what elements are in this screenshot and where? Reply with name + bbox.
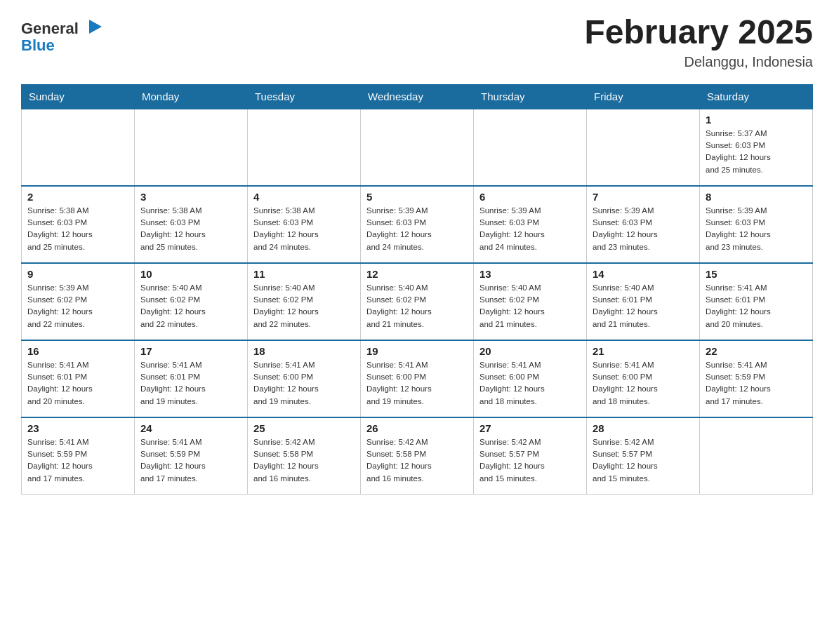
month-title: February 2025 [584,14,813,51]
day-number: 16 [27,345,128,357]
day-number: 19 [366,345,468,357]
day-info: Sunrise: 5:38 AMSunset: 6:03 PMDaylight:… [27,205,128,253]
calendar-cell [700,417,813,495]
day-number: 17 [140,345,241,357]
day-number: 27 [479,422,581,434]
day-info: Sunrise: 5:39 AMSunset: 6:02 PMDaylight:… [27,282,128,330]
calendar-cell: 25Sunrise: 5:42 AMSunset: 5:58 PMDayligh… [248,417,361,495]
calendar-cell: 20Sunrise: 5:41 AMSunset: 6:00 PMDayligh… [474,340,587,417]
day-info: Sunrise: 5:38 AMSunset: 6:03 PMDaylight:… [253,205,355,253]
svg-text:Blue: Blue [21,36,55,54]
calendar-cell: 16Sunrise: 5:41 AMSunset: 6:01 PMDayligh… [22,340,135,417]
day-number: 13 [479,268,581,280]
calendar-cell: 4Sunrise: 5:38 AMSunset: 6:03 PMDaylight… [248,186,361,263]
day-number: 12 [366,268,468,280]
day-info: Sunrise: 5:41 AMSunset: 6:01 PMDaylight:… [706,282,807,330]
week-row-3: 9Sunrise: 5:39 AMSunset: 6:02 PMDaylight… [22,263,813,340]
day-info: Sunrise: 5:42 AMSunset: 5:57 PMDaylight:… [593,436,694,485]
day-number: 28 [593,422,694,434]
day-number: 4 [253,191,355,203]
day-info: Sunrise: 5:41 AMSunset: 5:59 PMDaylight:… [706,359,807,408]
day-info: Sunrise: 5:39 AMSunset: 6:03 PMDaylight:… [706,205,807,253]
day-header-sunday: Sunday [22,84,135,109]
calendar-cell: 1Sunrise: 5:37 AMSunset: 6:03 PMDaylight… [700,109,813,186]
calendar-cell: 28Sunrise: 5:42 AMSunset: 5:57 PMDayligh… [587,417,700,495]
logo-block: General Blue [21,14,105,59]
day-info: Sunrise: 5:42 AMSunset: 5:58 PMDaylight:… [366,436,468,485]
calendar-cell: 24Sunrise: 5:41 AMSunset: 5:59 PMDayligh… [135,417,248,495]
logo-svg: General Blue [21,14,105,56]
day-number: 26 [366,422,468,434]
day-number: 18 [253,345,355,357]
day-number: 22 [706,345,807,357]
day-info: Sunrise: 5:37 AMSunset: 6:03 PMDaylight:… [706,128,807,176]
day-header-friday: Friday [587,84,700,109]
week-row-1: 1Sunrise: 5:37 AMSunset: 6:03 PMDaylight… [22,109,813,186]
calendar-cell: 23Sunrise: 5:41 AMSunset: 5:59 PMDayligh… [22,417,135,495]
day-info: Sunrise: 5:41 AMSunset: 5:59 PMDaylight:… [140,436,241,485]
week-row-5: 23Sunrise: 5:41 AMSunset: 5:59 PMDayligh… [22,417,813,495]
day-header-saturday: Saturday [700,84,813,109]
day-header-thursday: Thursday [474,84,587,109]
calendar-cell: 27Sunrise: 5:42 AMSunset: 5:57 PMDayligh… [474,417,587,495]
calendar-cell: 7Sunrise: 5:39 AMSunset: 6:03 PMDaylight… [587,186,700,263]
day-info: Sunrise: 5:41 AMSunset: 6:01 PMDaylight:… [27,359,128,408]
calendar-cell: 13Sunrise: 5:40 AMSunset: 6:02 PMDayligh… [474,263,587,340]
calendar-cell: 5Sunrise: 5:39 AMSunset: 6:03 PMDaylight… [361,186,474,263]
day-number: 21 [593,345,694,357]
calendar-table: SundayMondayTuesdayWednesdayThursdayFrid… [21,84,813,495]
day-header-wednesday: Wednesday [361,84,474,109]
day-number: 14 [593,268,694,280]
calendar-cell [135,109,248,186]
day-info: Sunrise: 5:42 AMSunset: 5:58 PMDaylight:… [253,436,355,485]
day-info: Sunrise: 5:41 AMSunset: 6:00 PMDaylight:… [479,359,581,408]
day-number: 15 [706,268,807,280]
svg-marker-1 [89,20,102,34]
calendar-cell: 14Sunrise: 5:40 AMSunset: 6:01 PMDayligh… [587,263,700,340]
day-number: 25 [253,422,355,434]
title-block: February 2025 Delanggu, Indonesia [584,14,813,70]
day-info: Sunrise: 5:42 AMSunset: 5:57 PMDaylight:… [479,436,581,485]
day-info: Sunrise: 5:41 AMSunset: 6:00 PMDaylight:… [366,359,468,408]
calendar-cell [22,109,135,186]
day-info: Sunrise: 5:41 AMSunset: 6:00 PMDaylight:… [253,359,355,408]
day-number: 8 [706,191,807,203]
day-info: Sunrise: 5:39 AMSunset: 6:03 PMDaylight:… [593,205,694,253]
calendar-cell: 8Sunrise: 5:39 AMSunset: 6:03 PMDaylight… [700,186,813,263]
calendar-cell: 10Sunrise: 5:40 AMSunset: 6:02 PMDayligh… [135,263,248,340]
day-info: Sunrise: 5:41 AMSunset: 5:59 PMDaylight:… [27,436,128,485]
day-number: 6 [479,191,581,203]
day-number: 11 [253,268,355,280]
day-info: Sunrise: 5:40 AMSunset: 6:02 PMDaylight:… [253,282,355,330]
day-number: 23 [27,422,128,434]
day-number: 20 [479,345,581,357]
page-header: General Blue February 2025 Delanggu, Ind… [21,14,813,70]
day-info: Sunrise: 5:40 AMSunset: 6:02 PMDaylight:… [140,282,241,330]
calendar-cell: 11Sunrise: 5:40 AMSunset: 6:02 PMDayligh… [248,263,361,340]
calendar-cell: 21Sunrise: 5:41 AMSunset: 6:00 PMDayligh… [587,340,700,417]
day-number: 10 [140,268,241,280]
day-number: 3 [140,191,241,203]
calendar-cell: 9Sunrise: 5:39 AMSunset: 6:02 PMDaylight… [22,263,135,340]
day-number: 9 [27,268,128,280]
day-number: 7 [593,191,694,203]
day-info: Sunrise: 5:39 AMSunset: 6:03 PMDaylight:… [366,205,468,253]
day-info: Sunrise: 5:40 AMSunset: 6:01 PMDaylight:… [593,282,694,330]
calendar-cell: 12Sunrise: 5:40 AMSunset: 6:02 PMDayligh… [361,263,474,340]
calendar-cell: 15Sunrise: 5:41 AMSunset: 6:01 PMDayligh… [700,263,813,340]
day-header-tuesday: Tuesday [248,84,361,109]
day-number: 5 [366,191,468,203]
day-header-monday: Monday [135,84,248,109]
day-info: Sunrise: 5:41 AMSunset: 6:00 PMDaylight:… [593,359,694,408]
calendar-cell [474,109,587,186]
day-info: Sunrise: 5:39 AMSunset: 6:03 PMDaylight:… [479,205,581,253]
calendar-cell: 2Sunrise: 5:38 AMSunset: 6:03 PMDaylight… [22,186,135,263]
calendar-cell: 6Sunrise: 5:39 AMSunset: 6:03 PMDaylight… [474,186,587,263]
location: Delanggu, Indonesia [584,54,813,70]
calendar-cell [361,109,474,186]
calendar-cell: 19Sunrise: 5:41 AMSunset: 6:00 PMDayligh… [361,340,474,417]
day-info: Sunrise: 5:40 AMSunset: 6:02 PMDaylight:… [479,282,581,330]
logo: General Blue [21,14,105,59]
day-info: Sunrise: 5:41 AMSunset: 6:01 PMDaylight:… [140,359,241,408]
calendar-cell: 17Sunrise: 5:41 AMSunset: 6:01 PMDayligh… [135,340,248,417]
